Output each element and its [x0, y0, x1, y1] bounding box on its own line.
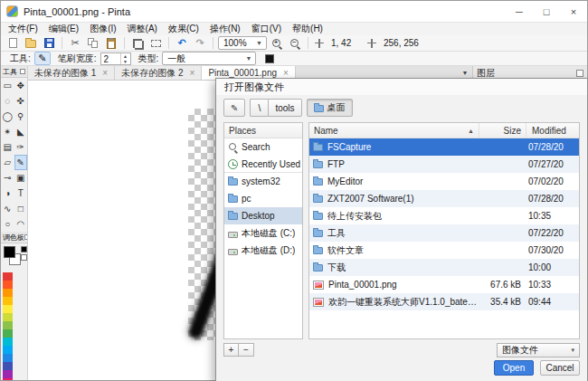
column-name[interactable]: Name ▲: [309, 123, 479, 138]
panel-dock-icon[interactable]: [20, 69, 25, 74]
menu-item[interactable]: 文件(F): [3, 23, 43, 35]
copy-button[interactable]: [85, 36, 101, 50]
zoom-out-button[interactable]: −: [287, 36, 303, 50]
tab-close-icon[interactable]: ×: [283, 68, 289, 78]
cancel-button[interactable]: Cancel: [540, 360, 580, 376]
ellipse-select-tool[interactable]: ◯: [1, 109, 14, 124]
zoom-tool[interactable]: ⚲: [14, 109, 28, 124]
paste-button[interactable]: [103, 36, 119, 50]
minimize-button[interactable]: ─: [506, 1, 533, 22]
color-picker-tool[interactable]: ⊸: [1, 170, 14, 186]
place-item[interactable]: system32: [224, 173, 302, 190]
rectangle-select-tool[interactable]: ▭: [1, 78, 14, 93]
zoom-in-button[interactable]: +: [269, 36, 285, 50]
place-item[interactable]: 本地磁盘 (C:): [224, 224, 302, 242]
FSCapture[interactable]: FSCapture 07/28/20: [309, 138, 579, 156]
recent-color-black[interactable]: [21, 246, 27, 252]
line-curve-tool[interactable]: ∿: [1, 201, 14, 216]
pan-tool[interactable]: ✜: [14, 93, 28, 109]
column-modified[interactable]: Modified: [526, 123, 579, 138]
zoom-level-dropdown[interactable]: 100% ▼: [218, 36, 267, 50]
palette-color-swatch[interactable]: [3, 370, 13, 378]
current-tool-button[interactable]: ✎: [34, 52, 51, 65]
remove-place-button[interactable]: −: [239, 343, 254, 357]
panel-dock-icon[interactable]: [576, 70, 583, 77]
tab[interactable]: 未保存的图像 1 ×: [28, 66, 115, 80]
palette-color-swatch[interactable]: [3, 354, 13, 362]
file-filter-dropdown[interactable]: 图像文件 ▾: [497, 343, 580, 357]
tab-close-icon[interactable]: ×: [190, 68, 195, 78]
pencil-tool[interactable]: ✎: [14, 155, 28, 170]
palette-color-swatch[interactable]: [3, 362, 13, 370]
clone-stamp-tool[interactable]: ▣: [14, 170, 28, 186]
menu-item[interactable]: 编辑(E): [43, 23, 84, 35]
place-item[interactable]: pc: [224, 190, 302, 207]
欢韵一键重装系统大师V1.1.0_bate_00001.png[interactable]: 欢韵一键重装系统大师V1.1.0_bate_00001.png 35.4 kB …: [309, 293, 579, 310]
eraser-tool[interactable]: ▱: [1, 155, 14, 170]
tab[interactable]: 未保存的图像 2 ×: [115, 66, 202, 80]
close-button[interactable]: ×: [560, 1, 587, 22]
move-selection-tool[interactable]: ✥: [14, 78, 28, 93]
paintbrush-tool[interactable]: ✑: [14, 139, 28, 155]
palette-color-swatch[interactable]: [3, 338, 13, 346]
gradient-tool[interactable]: ▤: [1, 139, 14, 155]
recent-color-white[interactable]: [21, 254, 27, 261]
brush-width-spinner[interactable]: 2 ▲ ▼: [100, 52, 131, 65]
path-tools-button[interactable]: tools: [268, 99, 301, 117]
MyEditor[interactable]: MyEditor 07/02/20: [309, 173, 579, 190]
paint-bucket-tool[interactable]: ◣: [14, 124, 28, 139]
palette-color-swatch[interactable]: [3, 346, 13, 354]
menu-item[interactable]: 图像(I): [84, 23, 121, 35]
path-desktop-button[interactable]: 桌面: [307, 99, 353, 117]
new-image-button[interactable]: [5, 36, 21, 50]
column-size[interactable]: Size: [479, 123, 526, 138]
rectangle-tool[interactable]: □: [14, 201, 28, 216]
palette-color-swatch[interactable]: [3, 272, 13, 281]
type-filename-toggle[interactable]: ✎: [223, 99, 245, 117]
palette-color-swatch[interactable]: [3, 289, 13, 297]
软件文章[interactable]: 软件文章 07/30/20: [309, 242, 579, 259]
recolor-tool[interactable]: ◑: [1, 186, 14, 201]
place-item[interactable]: Search: [224, 138, 302, 156]
下载[interactable]: 下载 10:00: [309, 259, 579, 276]
menu-item[interactable]: 操作(N): [204, 23, 246, 35]
undo-button[interactable]: ↶: [174, 36, 190, 50]
add-place-button[interactable]: +: [223, 343, 239, 357]
spin-down-icon[interactable]: ▼: [123, 59, 128, 64]
palette-color-swatch[interactable]: [3, 329, 13, 338]
place-item[interactable]: Desktop: [224, 207, 302, 224]
palette-color-swatch[interactable]: [3, 321, 13, 329]
工具[interactable]: 工具 07/22/20: [309, 224, 579, 242]
deselect-button[interactable]: [147, 36, 164, 50]
crop-button[interactable]: [129, 36, 146, 50]
magic-wand-tool[interactable]: ✴: [1, 124, 14, 139]
redo-button[interactable]: ↷: [192, 36, 208, 50]
palette-color-swatch[interactable]: [3, 305, 13, 313]
ellipse-tool[interactable]: ○: [1, 216, 14, 232]
path-root-button[interactable]: \: [250, 99, 268, 117]
palette-color-swatch[interactable]: [3, 281, 13, 289]
open-button[interactable]: Open: [494, 360, 534, 376]
palette-color-swatch[interactable]: [3, 297, 13, 305]
ZXT2007 Software(1)[interactable]: ZXT2007 Software(1) 07/28/20: [309, 190, 579, 207]
tab-close-icon[interactable]: ×: [102, 68, 108, 78]
lasso-select-tool[interactable]: ◌: [1, 93, 14, 109]
blend-type-dropdown[interactable]: 一般 ▼: [162, 52, 256, 65]
Pinta_00001.png[interactable]: Pinta_00001.png 67.6 kB 10:33: [309, 276, 579, 293]
panel-dock-icon[interactable]: [24, 234, 27, 240]
待上传安装包[interactable]: 待上传安装包 10:35: [309, 207, 579, 224]
menu-item[interactable]: 帮助(H): [287, 23, 328, 35]
FTP[interactable]: FTP 07/27/20: [309, 156, 579, 173]
palette-color-swatch[interactable]: [3, 378, 13, 380]
primary-color-swatch[interactable]: [4, 246, 15, 258]
menu-item[interactable]: 调整(A): [122, 23, 163, 35]
open-image-button[interactable]: [23, 36, 39, 50]
freeform-shape-tool[interactable]: ◠: [14, 216, 28, 232]
cut-button[interactable]: ✂: [67, 36, 83, 50]
menu-item[interactable]: 效果(C): [163, 23, 204, 35]
stroke-style-swatch[interactable]: [265, 54, 274, 63]
save-button[interactable]: [41, 36, 57, 50]
palette-color-swatch[interactable]: [3, 313, 13, 321]
text-tool[interactable]: T: [14, 186, 28, 201]
place-item[interactable]: 本地磁盘 (D:): [224, 242, 302, 259]
